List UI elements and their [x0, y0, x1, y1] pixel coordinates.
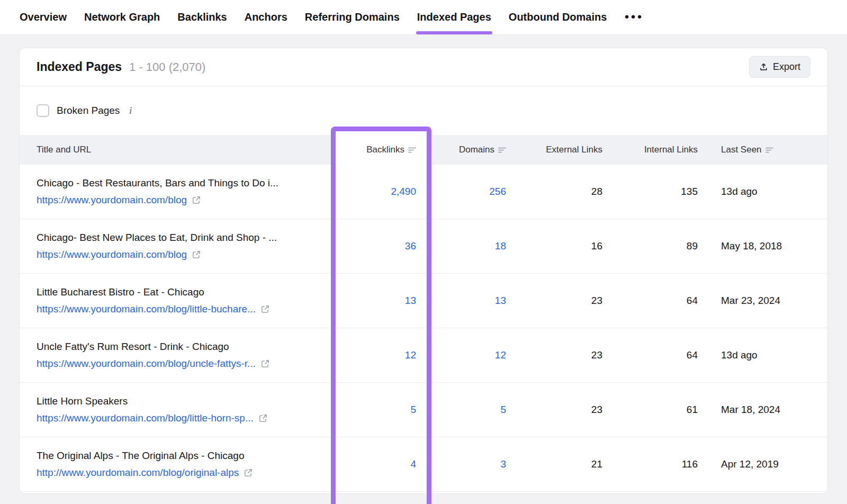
page-url-link[interactable]: https://www.yourdomain.com/blog/little-b… — [37, 303, 256, 315]
page-url-link[interactable]: https://www.yourdomain.com/blog/uncle-fa… — [37, 358, 256, 370]
column-header-backlinks[interactable]: Backlinks — [331, 135, 432, 165]
column-label: External Links — [546, 145, 602, 155]
tab-backlinks[interactable]: Backlinks — [177, 0, 227, 34]
column-label: Last Seen — [721, 145, 762, 155]
domains-count-link[interactable]: 12 — [495, 349, 506, 361]
filters-row: Broken Pages i — [20, 86, 827, 135]
backlinks-count-link[interactable]: 5 — [410, 404, 416, 416]
table-header: Title and URL Backlinks Domains External… — [20, 135, 827, 165]
table-row: Uncle Fatty's Rum Resort - Drink - Chica… — [20, 328, 827, 383]
backlinks-count-link[interactable]: 12 — [405, 349, 416, 361]
tab-indexed-pages[interactable]: Indexed Pages — [417, 0, 491, 34]
external-links-count: 23 — [591, 349, 602, 361]
last-seen-value: Mar 18, 2024 — [721, 404, 780, 416]
external-link-icon[interactable] — [244, 468, 253, 478]
table-row: Little Horn Speakers https://www.yourdom… — [20, 383, 827, 437]
external-links-count: 21 — [591, 458, 602, 470]
tab-overview[interactable]: Overview — [20, 0, 67, 34]
external-link-icon[interactable] — [260, 304, 270, 314]
table-row: The Original Alps - The Original Alps - … — [20, 437, 827, 492]
internal-links-count: 135 — [681, 186, 698, 197]
external-links-count: 23 — [591, 295, 602, 307]
domains-count-link[interactable]: 5 — [500, 404, 506, 416]
column-header-last-seen[interactable]: Last Seen — [713, 135, 827, 165]
external-link-icon[interactable] — [258, 413, 268, 423]
column-header-internal-links[interactable]: Internal Links — [617, 135, 713, 165]
tab-referring-domains[interactable]: Referring Domains — [305, 0, 400, 34]
external-links-count: 16 — [591, 240, 602, 252]
domains-count-link[interactable]: 18 — [495, 240, 506, 252]
external-link-icon[interactable] — [192, 195, 201, 205]
internal-links-count: 89 — [687, 240, 698, 252]
panel-header: Indexed Pages 1 - 100 (2,070) Export — [20, 48, 827, 86]
last-seen-value: 13d ago — [721, 186, 758, 197]
page-title: Little Horn Speakers — [37, 395, 128, 407]
table-row: Chicago - Best Restaurants, Bars and Thi… — [20, 165, 827, 219]
table-row: Chicago- Best New Places to Eat, Drink a… — [20, 219, 827, 274]
internal-links-count: 61 — [687, 404, 698, 416]
page-title: Chicago - Best Restaurants, Bars and Thi… — [37, 177, 278, 189]
page-url-link[interactable]: https://www.yourdomain.com/blog/little-h… — [37, 412, 254, 424]
tab-network-graph[interactable]: Network Graph — [84, 0, 160, 34]
internal-links-count: 64 — [687, 349, 698, 361]
sort-icon[interactable] — [408, 147, 416, 153]
report-tabs: Overview Network Graph Backlinks Anchors… — [0, 0, 847, 35]
domains-count-link[interactable]: 3 — [500, 458, 506, 470]
external-links-count: 23 — [591, 404, 602, 416]
last-seen-value: May 18, 2018 — [721, 240, 782, 252]
indexed-pages-panel: Indexed Pages 1 - 100 (2,070) Export Bro… — [19, 48, 828, 494]
tab-anchors[interactable]: Anchors — [245, 0, 287, 34]
sort-icon[interactable] — [765, 147, 773, 153]
info-icon[interactable]: i — [129, 105, 132, 116]
page-url-link[interactable]: https://www.yourdomain.com/blog — [37, 249, 187, 260]
tab-outbound-domains[interactable]: Outbound Domains — [509, 0, 607, 34]
results-range: 1 - 100 (2,070) — [129, 60, 205, 74]
broken-pages-label: Broken Pages — [57, 105, 120, 116]
export-button[interactable]: Export — [749, 56, 810, 78]
more-tabs-icon[interactable]: ●●● — [624, 0, 643, 34]
export-icon — [759, 62, 768, 71]
backlinks-count-link[interactable]: 36 — [405, 240, 416, 252]
page-url-link[interactable]: https://www.yourdomain.com/blog — [37, 194, 187, 206]
page-title: Little Bucharest Bistro - Eat - Chicago — [37, 286, 204, 298]
backlinks-count-link[interactable]: 2,490 — [391, 186, 416, 197]
last-seen-value: Apr 12, 2019 — [721, 458, 779, 470]
page-title: Chicago- Best New Places to Eat, Drink a… — [37, 232, 277, 244]
page-url-link[interactable]: http://www.yourdomain.com/blog/original-… — [37, 467, 239, 479]
internal-links-count: 64 — [687, 295, 698, 307]
last-seen-value: Mar 23, 2024 — [721, 295, 780, 307]
column-header-domains[interactable]: Domains — [432, 135, 522, 165]
column-label: Domains — [459, 145, 494, 155]
external-links-count: 28 — [591, 186, 602, 197]
column-header-title-url[interactable]: Title and URL — [20, 135, 331, 165]
last-seen-value: 13d ago — [721, 349, 758, 361]
column-label: Backlinks — [366, 145, 404, 155]
domains-count-link[interactable]: 256 — [489, 186, 506, 197]
page-title: The Original Alps - The Original Alps - … — [37, 450, 245, 462]
column-label: Title and URL — [37, 145, 91, 155]
column-header-external-links[interactable]: External Links — [522, 135, 617, 165]
internal-links-count: 116 — [682, 458, 698, 470]
table-row: Little Bucharest Bistro - Eat - Chicago … — [20, 274, 827, 328]
external-link-icon[interactable] — [192, 250, 201, 259]
export-label: Export — [773, 61, 800, 73]
column-label: Internal Links — [644, 145, 698, 155]
page-title: Uncle Fatty's Rum Resort - Drink - Chica… — [37, 341, 229, 353]
domains-count-link[interactable]: 13 — [495, 295, 506, 307]
backlinks-count-link[interactable]: 4 — [410, 458, 416, 470]
broken-pages-checkbox[interactable] — [37, 104, 49, 117]
sort-icon[interactable] — [498, 147, 506, 153]
panel-title: Indexed Pages — [37, 60, 122, 74]
backlinks-count-link[interactable]: 13 — [405, 295, 416, 307]
external-link-icon[interactable] — [260, 359, 270, 368]
